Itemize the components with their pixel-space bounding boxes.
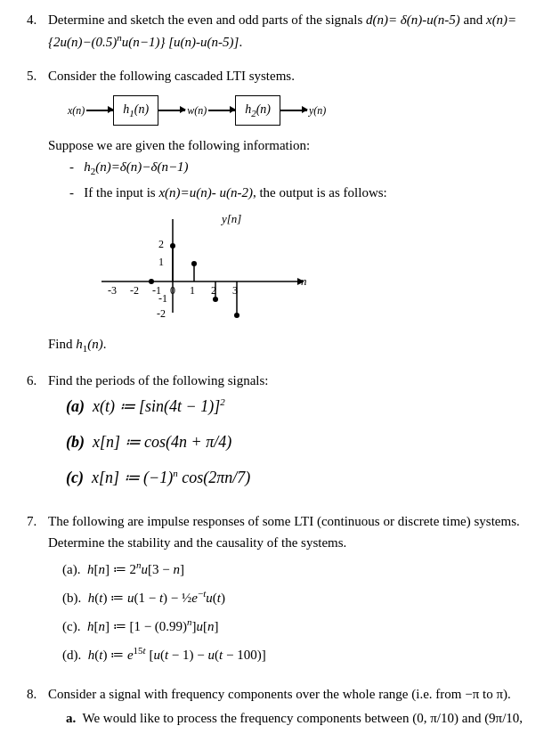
svg-text:1: 1 [190,284,195,297]
problem-7: 7. The following are impulse responses o… [27,510,533,671]
p8-number: 8. [27,683,43,705]
svg-text:1: 1 [158,256,164,268]
p8-content: Consider a signal with frequency compone… [48,683,533,734]
p7d: (d). h(t) ≔ e15t [u(t − 1) − u(t − 100)] [62,642,533,667]
find-h1: Find h1(n). [48,333,533,357]
bullet1: - h2(n)=δ(n)−δ(n−1) [69,156,533,180]
stem-plot-svg: y[n] n -3 -2 -1 0 [84,210,315,326]
xn-label: x(n) [68,102,85,119]
p4-number: 4. [27,9,43,30]
wn-label: w(n) [187,102,207,119]
svg-text:y[n]: y[n] [220,212,241,225]
block-diagram: x(n) h1(n) w(n) h2(n) y(n) [66,95,533,126]
svg-text:0: 0 [170,284,175,297]
p6-content: Find the periods of the following signal… [48,370,533,499]
p7-content: The following are impulse responses of s… [48,510,533,671]
arrow1 [86,110,113,111]
svg-text:-3: -3 [108,284,117,297]
problem-4: 4. Determine and sketch the even and odd… [27,9,533,53]
bullet2: - If the input is x(n)=u(n)- u(n-2), the… [69,182,533,203]
p8a: a. We would like to process the frequenc… [66,707,533,734]
p4-content: Determine and sketch the even and odd pa… [48,9,533,53]
p7a: (a). h[n] ≔ 2nu[3 − n] [62,557,533,582]
stem-plot-area: y[n] n -3 -2 -1 0 [84,210,315,326]
svg-text:-1: -1 [158,292,167,305]
h1-box: h1(n) [113,95,158,126]
svg-point-24 [149,279,154,284]
svg-point-19 [191,261,197,266]
p5-content: Consider the following cascaded LTI syst… [48,65,533,357]
arrow4 [280,110,307,111]
svg-text:-2: -2 [130,284,139,297]
problem-6: 6. Find the periods of the following sig… [27,370,533,499]
p6c: (c) x[n] ≔ (−1)n cos(2πn/7) [66,462,533,493]
p7b: (b). h(t) ≔ u(1 − t) − ½e−tu(t) [62,585,533,610]
p6a: (a) x(t) ≔ [sin(4t − 1)]2 [66,391,533,421]
p6-number: 6. [27,370,43,391]
p7c: (c). h[n] ≔ [1 − (0.99)n]u[n] [62,614,533,639]
svg-text:n: n [301,274,307,288]
svg-text:-2: -2 [157,307,166,320]
svg-point-23 [234,313,239,318]
problem-8: 8. Consider a signal with frequency comp… [27,683,533,734]
svg-point-21 [213,297,218,302]
yn-label: y(n) [309,102,326,119]
arrow3 [208,110,235,111]
p5-number: 5. [27,65,43,86]
arrow2 [158,110,185,111]
svg-point-17 [170,243,175,249]
p7-number: 7. [27,510,43,532]
svg-text:2: 2 [158,238,164,250]
suppose-text: Suppose we are given the following infor… [48,135,533,156]
p6b: (b) x[n] ≔ cos(4n + π/4) [66,427,533,457]
h2-box: h2(n) [235,95,280,126]
problem-5: 5. Consider the following cascaded LTI s… [27,65,533,357]
